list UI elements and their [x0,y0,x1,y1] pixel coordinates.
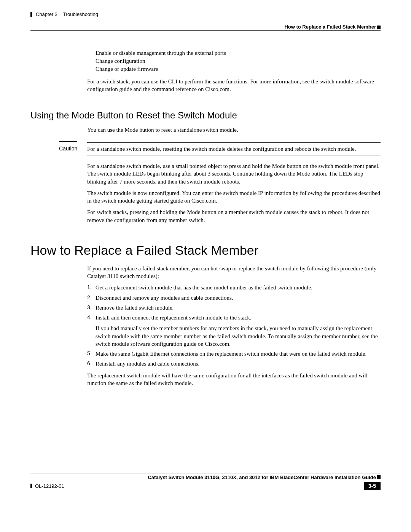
bullet-item: Enable or disable management through the… [87,50,381,56]
procedure-list: 1.Get a replacement switch module that h… [87,284,381,367]
content-column: You can use the Mode button to reset a s… [87,126,381,134]
caution-text: For a standalone switch module, resettin… [87,145,356,153]
caution-label: Caution [59,145,87,153]
page-number-badge: 3-5 [364,482,381,490]
chapter-label: Chapter 3 Troubleshooting [36,11,98,17]
footer-bar-icon [30,484,32,488]
list-item: 6.Reinstall any modules and cable connec… [87,360,381,367]
body-paragraph: The switch module is now unconfigured. Y… [87,189,381,205]
footer-left: OL-12192-01 [30,483,64,489]
body-paragraph: You can use the Mode button to reset a s… [87,126,381,134]
content-column: For a standalone switch module, use a sm… [87,162,381,224]
step-text-main: Install and then connect the replacement… [96,315,251,321]
section-heading-replace: How to Replace a Failed Stack Member [30,243,381,258]
bullet-item: Change configuration [87,58,381,64]
list-item: 2.Disconnect and remove any modules and … [87,294,381,302]
body-paragraph: If you need to replace a failed stack me… [87,265,381,280]
section-heading-mode-button: Using the Mode Button to Reset the Switc… [30,110,381,121]
caution-rule [87,155,381,155]
step-number: 5. [87,350,96,358]
step-number: 1. [87,284,96,291]
running-header-left: Chapter 3 Troubleshooting [30,11,381,17]
footer-guide-title: Catalyst Switch Module 3110G, 3110X, and… [30,474,381,480]
running-header-right: How to Replace a Failed Stack Member [30,24,381,30]
list-item: 1.Get a replacement switch module that h… [87,284,381,291]
step-text: Remove the failed switch module. [96,304,381,312]
list-item: 4. Install and then connect the replacem… [87,314,381,348]
caution-rule [59,141,77,142]
header-bar-icon [30,12,32,17]
list-item: 5.Make the same Gigabit Ethernet connect… [87,350,381,358]
chapter-title: Troubleshooting [63,11,98,17]
document-page: Chapter 3 Troubleshooting How to Replace… [0,0,411,502]
body-paragraph: For a switch stack, you can use the CLI … [87,78,381,93]
body-paragraph: The replacement switch module will have … [87,372,381,387]
chapter-number: Chapter 3 [36,11,57,17]
step-number: 4. [87,314,96,348]
body-paragraph: For switch stacks, pressing and holding … [87,208,381,224]
step-sub-paragraph: If you had manually set the member numbe… [96,324,381,348]
content-column: Enable or disable management through the… [87,50,381,93]
footer-doc-id: OL-12192-01 [35,483,64,489]
footer-rule [30,473,381,473]
step-text: Install and then connect the replacement… [96,314,381,348]
list-item: 3.Remove the failed switch module. [87,304,381,312]
step-text: Make the same Gigabit Ethernet connectio… [96,350,381,358]
step-number: 6. [87,360,96,367]
step-text: Disconnect and remove any modules and ca… [96,294,381,302]
header-rule [30,30,381,31]
bullet-item: Change or update firmware [87,66,381,72]
step-text: Reinstall any modules and cable connecti… [96,360,381,367]
caution-block: Caution For a standalone switch module, … [59,141,381,155]
body-paragraph: For a standalone switch module, use a sm… [87,162,381,185]
caution-rule [87,142,381,143]
page-footer: Catalyst Switch Module 3110G, 3110X, and… [30,473,381,490]
content-column: If you need to replace a failed stack me… [87,265,381,387]
step-text: Get a replacement switch module that has… [96,284,381,291]
step-number: 3. [87,304,96,312]
step-number: 2. [87,294,96,302]
